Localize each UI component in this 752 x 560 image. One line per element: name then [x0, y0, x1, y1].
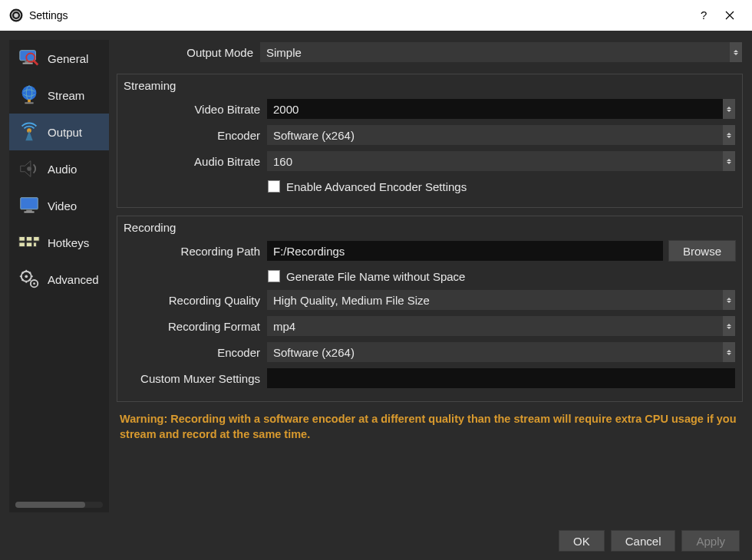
- svg-rect-23: [34, 242, 37, 247]
- custom-muxer-label: Custom Muxer Settings: [124, 372, 262, 385]
- video-bitrate-value: 2000: [273, 103, 298, 116]
- output-mode-select[interactable]: Simple: [259, 41, 743, 63]
- svg-point-25: [25, 275, 28, 278]
- streaming-encoder-label: Encoder: [124, 129, 262, 142]
- svg-line-8: [34, 61, 38, 65]
- svg-rect-16: [26, 210, 32, 212]
- sidebar-scrollbar[interactable]: [15, 502, 103, 508]
- dropdown-handle-icon: [723, 151, 735, 171]
- sidebar-item-label: General: [48, 52, 88, 65]
- svg-line-31: [29, 279, 31, 281]
- recording-format-value: mp4: [273, 320, 295, 333]
- svg-point-35: [33, 282, 35, 285]
- svg-rect-18: [19, 237, 25, 242]
- monitor-icon: [17, 193, 41, 218]
- recording-format-select[interactable]: mp4: [266, 315, 736, 337]
- dropdown-handle-icon: [723, 125, 735, 145]
- app-logo-icon: [9, 8, 23, 22]
- spinner-handle-icon: [723, 99, 735, 119]
- svg-line-33: [29, 272, 31, 274]
- audio-bitrate-label: Audio Bitrate: [124, 155, 262, 168]
- svg-point-14: [27, 166, 31, 171]
- globe-icon: [17, 83, 41, 107]
- svg-rect-12: [25, 102, 33, 104]
- svg-rect-20: [34, 237, 40, 242]
- enable-advanced-encoder-checkbox[interactable]: [268, 180, 280, 193]
- warning-text: Warning: Recording with a software encod…: [117, 411, 743, 443]
- sidebar-item-hotkeys[interactable]: Hotkeys: [9, 224, 109, 261]
- dropdown-handle-icon: [723, 316, 735, 336]
- svg-rect-11: [28, 100, 31, 103]
- sidebar-item-output[interactable]: Output: [9, 114, 109, 150]
- recording-encoder-select[interactable]: Software (x264): [266, 341, 736, 363]
- video-bitrate-spinner[interactable]: 2000: [266, 98, 736, 120]
- close-button[interactable]: [717, 4, 743, 27]
- video-bitrate-label: Video Bitrate: [124, 103, 262, 116]
- sidebar-item-label: Advanced: [48, 273, 99, 286]
- sidebar-item-label: Stream: [48, 89, 84, 102]
- dropdown-handle-icon: [723, 342, 735, 362]
- custom-muxer-input[interactable]: [266, 367, 736, 389]
- sidebar-item-video[interactable]: Video: [9, 187, 109, 224]
- recording-group: Recording Recording Path F:/Recordings B…: [117, 216, 743, 402]
- sidebar-item-audio[interactable]: Audio: [9, 150, 109, 187]
- keyboard-icon: [17, 230, 41, 255]
- filename-no-space-label: Generate File Name without Space: [286, 270, 465, 283]
- svg-line-30: [22, 272, 24, 274]
- dialog-footer: OK Cancel Apply: [0, 522, 752, 560]
- streaming-encoder-select[interactable]: Software (x264): [266, 124, 736, 146]
- streaming-encoder-value: Software (x264): [273, 129, 355, 142]
- svg-rect-19: [26, 237, 32, 242]
- svg-rect-6: [23, 63, 33, 64]
- help-button[interactable]: ?: [691, 4, 717, 27]
- recording-group-title: Recording: [124, 221, 736, 234]
- sidebar-item-advanced[interactable]: Advanced: [9, 261, 109, 298]
- window-title: Settings: [29, 9, 68, 21]
- svg-rect-22: [26, 242, 32, 247]
- scrollbar-thumb[interactable]: [15, 502, 85, 508]
- settings-window: Settings ? General: [0, 0, 752, 560]
- streaming-group: Streaming Video Bitrate 2000 Encoder: [117, 74, 743, 208]
- output-mode-value: Simple: [266, 46, 302, 59]
- svg-line-32: [22, 279, 24, 281]
- sidebar-item-label: Output: [48, 126, 82, 139]
- recording-quality-label: Recording Quality: [124, 294, 262, 307]
- svg-rect-17: [24, 212, 34, 213]
- enable-advanced-encoder-label: Enable Advanced Encoder Settings: [286, 180, 467, 193]
- recording-format-label: Recording Format: [124, 320, 262, 333]
- dropdown-handle-icon: [723, 290, 735, 310]
- browse-button[interactable]: Browse: [668, 240, 736, 262]
- streaming-group-title: Streaming: [124, 79, 736, 92]
- sidebar-item-label: Video: [48, 199, 77, 212]
- sidebar-item-general[interactable]: General: [9, 40, 109, 77]
- recording-encoder-label: Encoder: [124, 346, 262, 359]
- sidebar-item-stream[interactable]: Stream: [9, 77, 109, 114]
- svg-text:?: ?: [701, 9, 707, 21]
- recording-path-input[interactable]: F:/Recordings: [266, 240, 664, 262]
- sidebar-item-label: Audio: [48, 163, 77, 176]
- dropdown-handle-icon: [730, 42, 742, 62]
- svg-rect-21: [19, 242, 25, 247]
- svg-point-9: [22, 86, 37, 100]
- recording-path-label: Recording Path: [124, 245, 262, 258]
- antenna-icon: [17, 120, 41, 144]
- svg-rect-15: [21, 198, 38, 209]
- svg-point-2: [14, 13, 18, 18]
- speaker-icon: [17, 156, 41, 181]
- output-mode-label: Output Mode: [117, 46, 255, 59]
- recording-quality-value: High Quality, Medium File Size: [273, 294, 430, 307]
- audio-bitrate-select[interactable]: 160: [266, 150, 736, 172]
- sidebar: General Stream: [9, 40, 109, 512]
- cancel-button[interactable]: Cancel: [611, 530, 676, 552]
- recording-quality-select[interactable]: High Quality, Medium File Size: [266, 289, 736, 311]
- apply-button[interactable]: Apply: [681, 530, 740, 552]
- titlebar: Settings ?: [0, 0, 752, 31]
- sidebar-item-label: Hotkeys: [48, 236, 89, 249]
- filename-no-space-checkbox[interactable]: [268, 270, 280, 282]
- audio-bitrate-value: 160: [273, 155, 292, 168]
- recording-path-value: F:/Recordings: [273, 245, 345, 258]
- monitor-magnify-icon: [17, 46, 41, 71]
- gears-icon: [17, 267, 41, 292]
- content-pane: Output Mode Simple Streaming Video Bitra…: [117, 40, 743, 512]
- ok-button[interactable]: OK: [559, 530, 605, 552]
